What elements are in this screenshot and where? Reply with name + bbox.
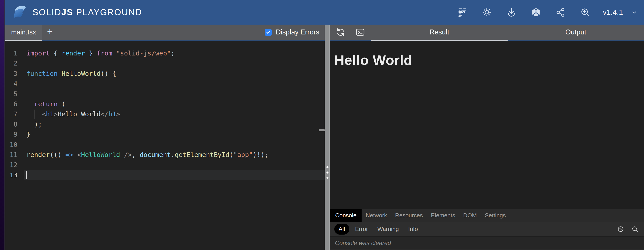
bundle-button[interactable] — [531, 7, 541, 18]
search-console-button[interactable] — [631, 225, 639, 233]
line-number: 2 — [5, 58, 18, 68]
code-token: </ — [100, 110, 108, 118]
code-line[interactable]: 6 return ( — [5, 99, 325, 109]
line-number: 4 — [5, 79, 18, 89]
drag-dot — [326, 166, 328, 168]
code-line[interactable]: 11render(() => <HelloWorld />, document.… — [5, 150, 325, 160]
code-line[interactable]: 8 ); — [5, 120, 325, 130]
code-line[interactable]: 9} — [5, 130, 325, 140]
line-number: 6 — [5, 99, 18, 109]
result-heading: Hello World — [334, 52, 644, 68]
version-label: v1.4.1 — [603, 8, 623, 16]
code-token: "app" — [233, 151, 253, 158]
code-text: return ( — [26, 99, 66, 109]
result-frame: Hello World — [330, 41, 644, 209]
code-line[interactable]: 1import { render } from "solid-js/web"; — [5, 48, 325, 58]
sun-icon — [482, 8, 492, 17]
share-button[interactable] — [556, 7, 566, 18]
text-cursor — [26, 171, 27, 179]
code-token: > — [54, 110, 58, 118]
console-toolbar — [617, 225, 639, 233]
result-tabbar: Result Output — [330, 24, 644, 41]
code-line[interactable]: 5 — [5, 89, 325, 99]
code-token: from — [96, 50, 112, 57]
line-number: 10 — [5, 140, 18, 150]
zoom-in-button[interactable] — [580, 7, 590, 18]
split-drag-handle[interactable] — [325, 24, 330, 250]
code-token: (() — [50, 151, 66, 158]
editor-tabbar: main.tsx + Display Errors — [5, 24, 325, 41]
devtools-tab-dom[interactable]: DOM — [459, 209, 481, 222]
code-token: h1 — [46, 110, 54, 118]
tab-output[interactable]: Output — [508, 24, 644, 40]
tabbar-spacer — [56, 24, 265, 40]
code-line[interactable]: 4 — [5, 79, 325, 89]
theme-toggle-button[interactable] — [482, 7, 492, 18]
code-token: ( — [58, 100, 66, 108]
download-icon — [506, 8, 516, 17]
display-errors-label: Display Errors — [276, 28, 319, 36]
code-editor[interactable]: 1import { render } from "solid-js/web";2… — [5, 41, 325, 250]
devtools-tab-network[interactable]: Network — [362, 209, 391, 222]
devtools-tab-console[interactable]: Console — [330, 209, 362, 222]
console-log-message: Console was cleared — [335, 240, 391, 247]
code-token: , — [132, 151, 140, 158]
code-line[interactable]: 12 — [5, 160, 325, 170]
display-errors-toggle[interactable]: Display Errors — [265, 24, 325, 40]
line-number: 11 — [5, 150, 18, 160]
code-token: => — [66, 151, 73, 158]
prettier-icon — [457, 8, 467, 17]
console-filter-info[interactable]: Info — [408, 226, 418, 232]
code-line[interactable]: 2 — [5, 58, 325, 68]
header-actions: v1.4.1 — [457, 7, 644, 18]
checkbox-checked-icon[interactable] — [265, 29, 272, 36]
clear-console-button[interactable] — [617, 225, 624, 233]
tab-main-tsx-label: main.tsx — [11, 28, 36, 36]
download-button[interactable] — [506, 7, 516, 18]
code-token: render — [62, 50, 85, 57]
code-token: h1 — [108, 110, 116, 118]
code-token: } — [26, 130, 30, 138]
format-code-button[interactable] — [457, 7, 467, 18]
code-token: > — [116, 110, 120, 118]
code-text: <h1>Hello World</h1> — [26, 109, 120, 119]
add-file-button[interactable]: + — [44, 24, 56, 40]
check-icon — [266, 30, 271, 35]
refresh-result-button[interactable] — [336, 27, 346, 37]
code-token — [26, 100, 34, 108]
console-filter-error[interactable]: Error — [355, 226, 368, 232]
version-select[interactable]: v1.4.1 — [603, 8, 638, 16]
result-panel: Result Output Hello World ConsoleNetwork… — [330, 24, 644, 250]
title-solid: SOLID — [32, 8, 62, 17]
code-line[interactable]: 3function HelloWorld() { — [5, 69, 325, 79]
code-token: document — [140, 151, 171, 158]
code-token: < — [77, 151, 81, 158]
devtools-tab-resources[interactable]: Resources — [391, 209, 427, 222]
line-number: 9 — [5, 130, 18, 140]
background-window-edge — [0, 0, 4, 250]
code-token — [58, 70, 62, 77]
indent-guide — [26, 100, 27, 109]
code-line[interactable]: 7 <h1>Hello World</h1> — [5, 109, 325, 119]
code-text: render(() => <HelloWorld />, document.ge… — [26, 150, 268, 160]
code-line[interactable]: 13 — [5, 170, 325, 180]
line-number: 8 — [5, 120, 18, 130]
code-token: ( — [230, 151, 233, 158]
console-filter-all[interactable]: All — [334, 224, 349, 234]
chevron-down-icon — [631, 9, 638, 16]
line-number: 3 — [5, 69, 18, 79]
console-filter-warning[interactable]: Warning — [378, 226, 399, 232]
tab-result[interactable]: Result — [371, 24, 508, 40]
code-line[interactable]: 10 — [5, 140, 325, 150]
code-token: . — [171, 151, 175, 158]
code-token: Hello World — [58, 110, 100, 118]
tab-main-tsx[interactable]: main.tsx — [5, 24, 42, 40]
title-playground: PLAYGROUND — [73, 8, 142, 17]
code-text: } — [26, 130, 30, 140]
devtools-tab-elements[interactable]: Elements — [427, 209, 459, 222]
devtools-tab-settings[interactable]: Settings — [481, 209, 510, 222]
line-number: 7 — [5, 109, 18, 119]
code-token: ); — [26, 120, 42, 128]
open-console-button[interactable] — [355, 27, 366, 37]
ban-icon — [617, 226, 624, 232]
